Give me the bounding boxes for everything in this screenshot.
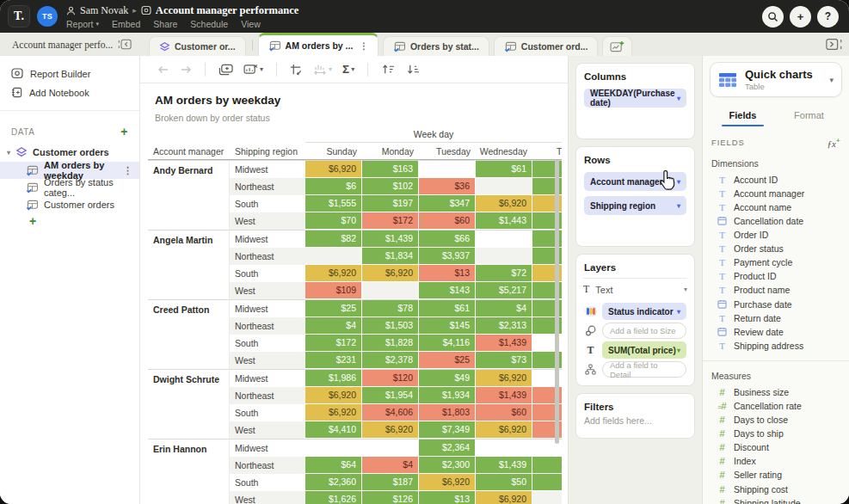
dimension-payment-cycle[interactable]: TPayment cycle	[710, 255, 842, 269]
delete-chart-button[interactable]: ▾	[238, 64, 268, 75]
value-cell[interactable]: $187	[362, 474, 419, 491]
dimension-product-id[interactable]: TProduct ID	[710, 269, 842, 283]
measure-cancellation-rate[interactable]: = #Cancellation rate	[710, 399, 842, 413]
value-cell[interactable]: $120	[362, 369, 419, 387]
value-cell[interactable]: $4,606	[362, 404, 419, 421]
region-cell[interactable]: South	[230, 335, 305, 352]
value-cell[interactable]: $2,360	[305, 474, 362, 491]
value-cell[interactable]: $66	[419, 230, 476, 248]
measure-seller-rating[interactable]: #Seller rating	[710, 468, 842, 482]
manager-cell[interactable]: Angela Martin	[148, 230, 230, 299]
value-cell[interactable]	[362, 282, 419, 299]
menu-share[interactable]: Share	[153, 19, 177, 29]
dimension-account-name[interactable]: TAccount name	[710, 200, 842, 214]
dimension-purchase-date[interactable]: Purchase date	[710, 298, 842, 311]
dataset-root[interactable]: ▾ Customer orders	[0, 143, 139, 162]
value-cell[interactable]: $1,834	[362, 248, 419, 265]
duplicate-chart-button[interactable]	[213, 64, 238, 76]
tree-item-orders-by-status-categ[interactable]: Orders by status categ...	[0, 179, 139, 196]
value-cell[interactable]: $1,443	[476, 212, 532, 230]
measure-shipping-latitude[interactable]: #Shipping latitude	[710, 496, 842, 504]
value-cell[interactable]: $82	[305, 230, 362, 248]
region-cell[interactable]: West	[230, 491, 305, 504]
region-cell[interactable]: Midwest	[230, 160, 305, 178]
column-header[interactable]: Shipping region	[230, 142, 305, 160]
region-cell[interactable]: Midwest	[230, 439, 305, 457]
dimension-shipping-address[interactable]: TShipping address	[710, 339, 842, 353]
column-header-sunday[interactable]: Sunday	[305, 142, 362, 160]
column-header-tuesday[interactable]: Tuesday	[419, 142, 476, 160]
region-cell[interactable]: South	[230, 474, 305, 491]
filters-placeholder[interactable]: Add fields here...	[584, 415, 686, 426]
menu-embed[interactable]: Embed	[112, 19, 140, 29]
value-cell[interactable]: $13	[419, 265, 476, 282]
new-chart-tab-button[interactable]	[602, 36, 632, 56]
value-cell[interactable]: $145	[419, 317, 476, 335]
aggregate-button[interactable]: Σ▾	[337, 63, 360, 76]
item-menu-icon[interactable]: ⋮	[123, 165, 132, 176]
value-cell[interactable]: $7,349	[419, 421, 476, 439]
column-header[interactable]: Account manager	[148, 142, 230, 160]
manager-cell[interactable]: Andy Bernard	[148, 160, 230, 230]
chevron-down-icon[interactable]: ▾	[7, 149, 10, 157]
menu-schedule[interactable]: Schedule	[190, 19, 228, 29]
region-cell[interactable]: Northeast	[230, 317, 305, 335]
value-cell[interactable]: $3,937	[419, 248, 476, 265]
value-cell[interactable]: $1,803	[419, 404, 476, 421]
value-cell[interactable]: $6,920	[305, 404, 362, 421]
column-header-wednesday[interactable]: Wednesday	[476, 142, 532, 160]
value-cell[interactable]: $6,920	[476, 195, 532, 212]
value-cell[interactable]: $1,986	[305, 369, 362, 387]
dimension-account-id[interactable]: TAccount ID	[710, 173, 842, 187]
value-cell[interactable]	[419, 160, 476, 178]
value-cell[interactable]	[476, 248, 532, 265]
value-cell[interactable]: $73	[476, 352, 532, 369]
value-cell[interactable]: $1,439	[362, 230, 419, 248]
field-drop-input[interactable]: Add a field to Size	[602, 323, 686, 339]
region-cell[interactable]: Northeast	[230, 387, 305, 404]
value-cell[interactable]: $2,300	[419, 457, 476, 474]
value-cell[interactable]: $6,920	[362, 265, 419, 282]
value-cell[interactable]	[362, 439, 419, 457]
dimension-order-id[interactable]: TOrder ID	[710, 228, 842, 242]
value-cell[interactable]: $6,920	[305, 160, 362, 178]
field-pill-status-indicator[interactable]: Status indicator▾	[602, 303, 686, 320]
value-cell[interactable]: $163	[362, 160, 419, 178]
region-cell[interactable]: Northeast	[230, 248, 305, 265]
chevron-down-icon[interactable]: ▾	[677, 95, 680, 102]
measure-index[interactable]: #Index	[710, 454, 842, 468]
region-cell[interactable]: Midwest	[230, 299, 305, 317]
region-cell[interactable]: Northeast	[230, 457, 305, 474]
value-cell[interactable]: $4,116	[419, 335, 476, 352]
measure-days-to-close[interactable]: #Days to close	[710, 413, 842, 427]
value-cell[interactable]: $70	[305, 212, 362, 230]
add-sheet-button[interactable]: +	[29, 215, 36, 227]
value-cell[interactable]: $6,920	[305, 265, 362, 282]
region-cell[interactable]: Northeast	[230, 178, 305, 195]
value-cell[interactable]: $1,503	[362, 317, 419, 335]
value-cell[interactable]: $4	[362, 457, 419, 474]
menu-report[interactable]: Report ▾	[66, 19, 99, 29]
distribution-button[interactable]: ▾	[308, 64, 337, 76]
value-cell[interactable]: $1,828	[362, 335, 419, 352]
value-cell[interactable]	[476, 178, 532, 195]
sidebar-item-report-builder[interactable]: Report Builder	[0, 65, 139, 83]
value-cell[interactable]: $6,920	[476, 421, 532, 439]
region-cell[interactable]: Midwest	[230, 369, 305, 387]
value-cell[interactable]: $72	[476, 265, 532, 282]
app-logo-icon[interactable]: T.	[8, 5, 30, 28]
measure-days-to-ship[interactable]: #Days to ship	[710, 427, 842, 440]
value-cell[interactable]: $4	[476, 299, 532, 317]
value-cell[interactable]: $102	[362, 178, 419, 195]
tab-am-orders-by[interactable]: AM orders by ...⋮	[258, 33, 378, 56]
panel-toggle-icon[interactable]	[826, 38, 843, 51]
value-cell[interactable]: $61	[419, 299, 476, 317]
region-cell[interactable]: South	[230, 265, 305, 282]
region-cell[interactable]: West	[230, 352, 305, 369]
value-cell[interactable]: $6,920	[419, 474, 476, 491]
value-cell[interactable]: $143	[419, 282, 476, 299]
value-cell[interactable]: $50	[476, 474, 532, 491]
value-cell[interactable]: $197	[362, 195, 419, 212]
dimension-return-date[interactable]: TReturn date	[710, 311, 842, 325]
value-cell[interactable]: $172	[305, 335, 362, 352]
